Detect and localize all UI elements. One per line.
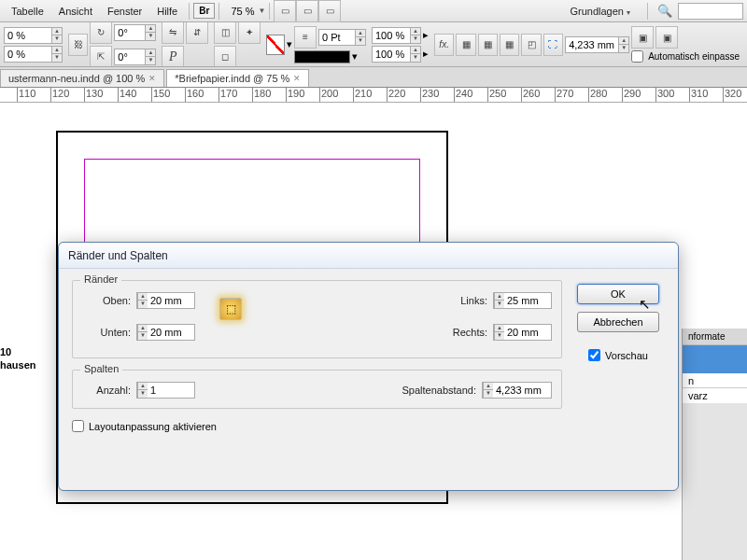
arrange-icon[interactable]: ▭ [318,0,341,22]
tint-b-field[interactable]: ▲▼ [372,46,421,63]
workspace-label: Grundlagen [570,6,624,17]
doc-tab-1[interactable]: ustermann-neu.indd @ 100 %✕ [0,69,164,87]
flip-v-icon[interactable]: ⇵ [186,22,208,44]
dimension-field[interactable]: ▲▼ [565,36,629,53]
chevron-down-icon: ▼ [258,7,265,15]
spaltenabstand-field[interactable]: ▲▼ [482,382,552,399]
screen-mode-icon[interactable]: ▭ [296,0,318,22]
abbrechen-button[interactable]: Abbrechen [577,312,659,332]
fill-none-swatch[interactable] [266,35,285,55]
bridge-button[interactable]: Br [193,3,215,19]
flip-h-icon[interactable]: ⇋ [162,22,184,44]
menu-tabelle[interactable]: Tabelle [4,3,51,20]
panel-body[interactable]: varz [683,388,747,403]
panels-sidebar: nformate n varz [682,329,747,560]
rechts-field[interactable]: ▲▼ [493,324,552,341]
close-icon[interactable]: ✕ [293,74,301,83]
fit-content-icon[interactable]: ▣ [631,26,654,49]
ok-button[interactable]: OK [577,284,659,304]
ruler-tick: 250 [487,88,506,102]
ruler-tick: 320 [723,88,741,102]
layout-adjust-checkbox[interactable] [72,420,84,432]
zoom-level[interactable]: 75 %▼ [231,6,265,17]
label-spaltenabstand: Spaltenabstand: [402,385,476,396]
ruler-tick: 240 [454,88,472,102]
ruler-tick: 270 [555,88,573,102]
scale-y-field[interactable]: ▲▼ [4,46,63,63]
text-wrap-3-icon[interactable]: ▦ [500,34,519,56]
search-icon: 🔍 [657,4,672,18]
link-icon[interactable]: ⛓ [68,34,88,56]
ruler-tick: 210 [353,88,372,102]
rotate-field[interactable]: ▲▼ [114,24,156,41]
ruler-tick: 260 [521,88,540,102]
ruler-tick: 110 [17,88,35,102]
constrain-icon[interactable]: ◻ [214,46,236,68]
select-content-icon[interactable]: ✦ [238,22,261,44]
search-input[interactable] [678,3,743,20]
select-container-icon[interactable]: ◫ [214,22,236,44]
ruler-tick: 200 [319,88,338,102]
fit-frame-icon[interactable]: ▣ [655,26,678,49]
columns-group: Spalten Anzahl:▲▼ Spaltenabstand:▲▼ [72,370,562,409]
shear-icon[interactable]: ⇱ [90,46,112,68]
vorschau-label: Vorschau [605,350,648,361]
close-icon[interactable]: ✕ [148,74,156,83]
label-oben: Oben: [82,295,131,306]
ruler-tick: 280 [588,88,607,102]
control-toolbar: ▲▼▲▼ ⛓ ↻▲▼⇱▲▼ ⇋⇵P ◫✦◻ ▾ ≡▲▼▾ ▲▼▸▲▼▸ fx. … [0,22,747,67]
stroke-weight-field[interactable]: ▲▼ [318,29,366,46]
workspace-switcher[interactable]: Grundlagen ▾ [562,3,638,20]
link-margins-button[interactable]: ⬚ [219,298,242,320]
rotate-icon[interactable]: ↻ [90,22,112,44]
layout-adjust-label: Layoutanpassung aktivieren [89,421,217,432]
ruler-tick: 140 [118,88,136,102]
char-style-icon[interactable]: P [162,46,184,68]
group-legend: Spalten [80,363,122,374]
zoom-value: 75 % [231,6,254,17]
stroke-weight-icon[interactable]: ≡ [294,26,317,49]
corner-icon[interactable]: ◰ [521,34,541,56]
ruler-tick: 120 [50,88,69,102]
oben-field[interactable]: ▲▼ [136,292,195,309]
dialog-title: Ränder und Spalten [68,249,168,262]
scale-x-field[interactable]: ▲▼ [4,27,63,44]
view-options-icon[interactable]: ▭ [274,0,296,22]
panel-tab-formate[interactable]: nformate [683,329,747,345]
tint-a-field[interactable]: ▲▼ [372,27,421,44]
ruler-tick: 230 [420,88,439,102]
margins-columns-dialog: Ränder und Spalten Ränder Oben:▲▼ Unten:… [58,242,679,491]
vorschau-checkbox[interactable] [588,349,600,361]
links-field[interactable]: ▲▼ [493,292,552,309]
panel-body[interactable] [683,345,747,373]
group-legend: Ränder [80,273,121,285]
ruler-tick: 150 [151,88,170,102]
menu-ansicht[interactable]: Ansicht [51,3,100,20]
document-tabs: ustermann-neu.indd @ 100 %✕ *Briefpapier… [0,67,747,88]
ruler-tick: 170 [218,88,237,102]
frame-fit-icon[interactable]: ⛶ [543,34,563,56]
chevron-down-icon: ▾ [352,50,358,63]
dialog-titlebar[interactable]: Ränder und Spalten [59,243,678,269]
effects-icon[interactable]: fx. [434,34,454,56]
autofit-checkbox[interactable] [631,50,643,63]
ruler-tick: 220 [387,88,405,102]
anzahl-field[interactable]: ▲▼ [136,382,195,399]
text-wrap-1-icon[interactable]: ▦ [456,34,475,56]
ruler-tick: 130 [84,88,103,102]
panel-body[interactable]: n [683,373,747,388]
stroke-style[interactable] [294,50,350,63]
tab-label: ustermann-neu.indd @ 100 % [8,73,145,84]
unten-field[interactable]: ▲▼ [136,324,195,341]
ruler-tick: 300 [655,88,674,102]
text-wrap-2-icon[interactable]: ▦ [478,34,498,56]
menu-fenster[interactable]: Fenster [100,3,149,20]
shear-field[interactable]: ▲▼ [114,49,156,65]
ruler-tick: 190 [286,88,304,102]
label-links: Links: [439,295,487,306]
margins-group: Ränder Oben:▲▼ Unten:▲▼ ⬚ Links:▲▼ Recht… [72,280,562,358]
tab-label: *Briefpapier.indd @ 75 % [175,73,289,84]
ruler-tick: 180 [252,88,271,102]
menu-hilfe[interactable]: Hilfe [149,3,185,20]
doc-tab-2[interactable]: *Briefpapier.indd @ 75 %✕ [166,69,309,87]
